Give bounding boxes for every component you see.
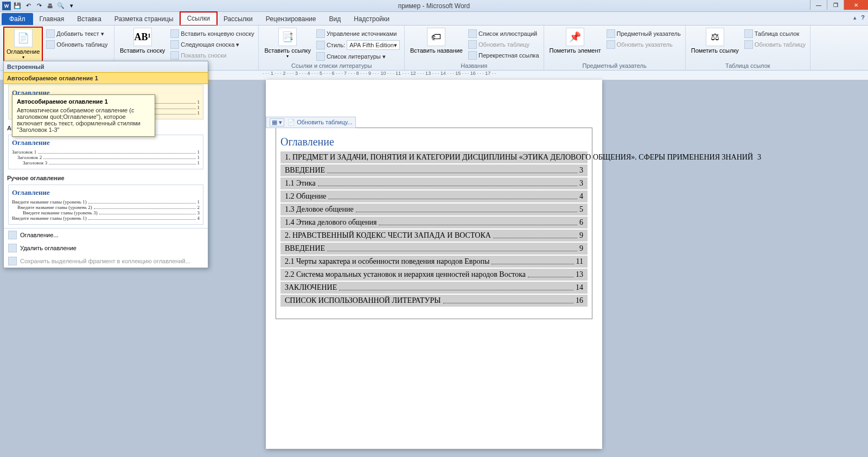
group-citations: 📑 Вставить ссылку ▾ Управление источника… — [259, 26, 405, 70]
tab-layout[interactable]: Разметка страницы — [108, 13, 180, 25]
gallery-remove-toc[interactable]: Удалить оглавление — [4, 242, 208, 255]
cross-reference-button[interactable]: Перекрестная ссылка — [467, 50, 540, 60]
figures-icon — [468, 29, 477, 38]
manage-sources-button[interactable]: Управление источниками — [315, 29, 401, 39]
print-icon[interactable]: 🖶 — [46, 2, 54, 10]
mark-citation-button[interactable]: ⚖ Пометить ссылку — [689, 27, 741, 61]
bibliography-icon — [316, 52, 325, 61]
help-icon[interactable]: ? — [861, 14, 865, 21]
tab-addins[interactable]: Надстройки — [347, 13, 396, 25]
toa-icon — [744, 29, 753, 38]
tooltip-title: Автособираемое оглавление 1 — [17, 98, 150, 105]
qat-more-icon[interactable]: ▾ — [67, 2, 76, 10]
gallery-insert-toc[interactable]: Оглавление... — [4, 228, 208, 242]
gallery-save-selection: Сохранить выделенный фрагмент в коллекци… — [4, 255, 208, 268]
citation-style-row[interactable]: Стиль: APA Fifth Edition ▾ — [315, 40, 401, 50]
ribbon-minimize-icon[interactable]: ▴ — [853, 14, 857, 21]
update-index-button: Обновить указатель — [605, 40, 682, 49]
update-icon — [46, 40, 55, 49]
page: ▦ ▾ 📄 Обновить таблицу... Оглавление 1. … — [266, 80, 602, 449]
gallery-preview-manual[interactable]: Оглавление Введите название главы (урове… — [8, 185, 203, 225]
insert-citation-button[interactable]: 📑 Вставить ссылку ▾ — [262, 27, 312, 61]
toc-entry[interactable]: 2.2 Система моральных установок и иерарх… — [280, 269, 588, 281]
update-table-button[interactable]: Обновить таблицу — [45, 40, 108, 49]
next-footnote-button[interactable]: Следующая сноска ▾ — [169, 40, 255, 49]
mark-entry-button[interactable]: 📌 Пометить элемент — [547, 27, 603, 61]
insert-endnote-button[interactable]: Вставить концевую сноску — [169, 29, 255, 39]
endnote-icon — [170, 29, 179, 38]
gallery-header: Встроенный — [4, 61, 208, 73]
chevron-down-icon: ▾ — [382, 53, 386, 60]
group-label-citations: Ссылки и списки литературы — [262, 61, 401, 70]
style-icon — [316, 41, 325, 49]
tab-file[interactable]: Файл — [2, 13, 33, 25]
table-of-figures-button[interactable]: Список иллюстраций — [467, 29, 540, 39]
group-index: 📌 Пометить элемент Предметный указатель … — [544, 26, 686, 70]
mark-entry-icon: 📌 — [566, 28, 584, 46]
group-label-index: Предметный указатель — [547, 61, 682, 70]
update-icon — [744, 40, 753, 49]
show-footnotes-button: Показать сноски — [169, 50, 255, 60]
insert-index-button[interactable]: Предметный указатель — [605, 29, 682, 39]
toc-field[interactable]: Оглавление 1. ПРЕДМЕТ И ЗАДАЧИ, ПОНЯТИЯ … — [276, 128, 592, 319]
mark-citation-icon: ⚖ — [706, 28, 724, 46]
word-icon: W — [2, 2, 11, 10]
toc-entry[interactable]: ВВЕДЕНИЕ9 — [280, 243, 588, 255]
group-label-captions: Названия — [408, 61, 540, 70]
toc-entry[interactable]: 2.1 Черты характера и особенности поведе… — [280, 256, 588, 268]
tab-insert[interactable]: Вставка — [71, 13, 108, 25]
tab-view[interactable]: Вид — [322, 13, 347, 25]
group-toa: ⚖ Пометить ссылку Таблица ссылок Обновит… — [686, 26, 810, 70]
gallery-footer: Оглавление... Удалить оглавление Сохрани… — [4, 228, 208, 268]
gallery-item-auto1[interactable]: Автособираемое оглавление 1 — [3, 72, 208, 84]
bibliography-button[interactable]: Список литературы ▾ — [315, 52, 401, 61]
maximize-button[interactable]: ❐ — [827, 0, 844, 10]
toc-title: Оглавление — [276, 128, 592, 150]
redo-icon[interactable]: ↷ — [35, 2, 43, 10]
remove-icon — [8, 244, 17, 252]
toc-entry[interactable]: 1. ПРЕДМЕТ И ЗАДАЧИ, ПОНЯТИЯ И КАТЕГОРИИ… — [280, 151, 588, 163]
style-dropdown[interactable]: APA Fifth Edition ▾ — [347, 40, 400, 50]
group-captions: 🏷 Вставить название Список иллюстраций О… — [405, 26, 544, 70]
chevron-down-icon: ▾ — [236, 41, 239, 48]
toc-field-menu-icon[interactable]: ▦ ▾ — [270, 118, 284, 126]
toc-entry[interactable]: 1.3 Деловое общение5 — [280, 204, 588, 215]
group-label-toa: Таблица ссылок — [689, 61, 807, 70]
toc-field-update-button[interactable]: 📄 Обновить таблицу... — [288, 119, 352, 126]
insert-toa-button[interactable]: Таблица ссылок — [743, 29, 807, 39]
toc-entry[interactable]: 1.1 Этика3 — [280, 177, 588, 189]
citation-icon: 📑 — [278, 28, 297, 46]
toc-entry[interactable]: 1.4 Этика делового общения6 — [280, 217, 588, 228]
tab-review[interactable]: Рецензирование — [259, 13, 323, 25]
tab-home[interactable]: Главная — [33, 13, 71, 25]
update-toa-button: Обновить таблицу — [743, 40, 807, 49]
gallery-item-manual[interactable]: Ручное оглавление — [4, 173, 208, 183]
toc-entry[interactable]: ВВЕДЕНИЕ3 — [280, 164, 588, 176]
manage-sources-icon — [316, 29, 325, 38]
toc-entry[interactable]: 2. НРАВСТВЕННЫЙ КОДЕКС ЧЕСТИ ЗАПАДА И ВО… — [280, 230, 588, 242]
insert-footnote-button[interactable]: AB¹ Вставить сноску — [118, 27, 167, 61]
toc-entry[interactable]: ЗАКЛЮЧЕНИЕ14 — [280, 282, 588, 294]
close-button[interactable]: ✕ — [844, 0, 868, 10]
caption-icon: 🏷 — [427, 28, 445, 46]
add-text-button[interactable]: Добавить текст ▾ — [45, 29, 108, 39]
preview-icon[interactable]: 🔍 — [56, 2, 65, 10]
window-buttons: — ❐ ✕ — [810, 0, 868, 10]
toc-gallery: Встроенный Автособираемое оглавление 1 О… — [3, 61, 208, 268]
tooltip: Автособираемое оглавление 1 Автоматическ… — [12, 94, 155, 137]
toc-entry[interactable]: СПИСОК ИСПОЛЬЗОВАННОЙ ЛИТЕРАТУРЫ16 — [280, 295, 588, 307]
gallery-preview-auto2[interactable]: Оглавление Заголовок 11Заголовок 21Загол… — [8, 135, 203, 169]
toc-button[interactable]: 📄 Оглавление ▾ — [3, 27, 43, 62]
tab-references[interactable]: Ссылки — [180, 12, 217, 25]
toc-field-toolbar: ▦ ▾ 📄 Обновить таблицу... — [266, 117, 356, 128]
toc-entry[interactable]: 1.2 Общение4 — [280, 191, 588, 202]
window-title: пример - Microsoft Word — [398, 2, 470, 10]
chevron-down-icon: ▾ — [286, 54, 289, 59]
minimize-button[interactable]: — — [810, 0, 827, 10]
toc-icon: 📄 — [14, 29, 33, 47]
toc-icon — [8, 231, 17, 239]
save-icon[interactable]: 💾 — [13, 2, 22, 10]
tab-mailings[interactable]: Рассылки — [217, 13, 259, 25]
undo-icon[interactable]: ↶ — [24, 2, 33, 10]
insert-caption-button[interactable]: 🏷 Вставить название — [408, 27, 465, 61]
